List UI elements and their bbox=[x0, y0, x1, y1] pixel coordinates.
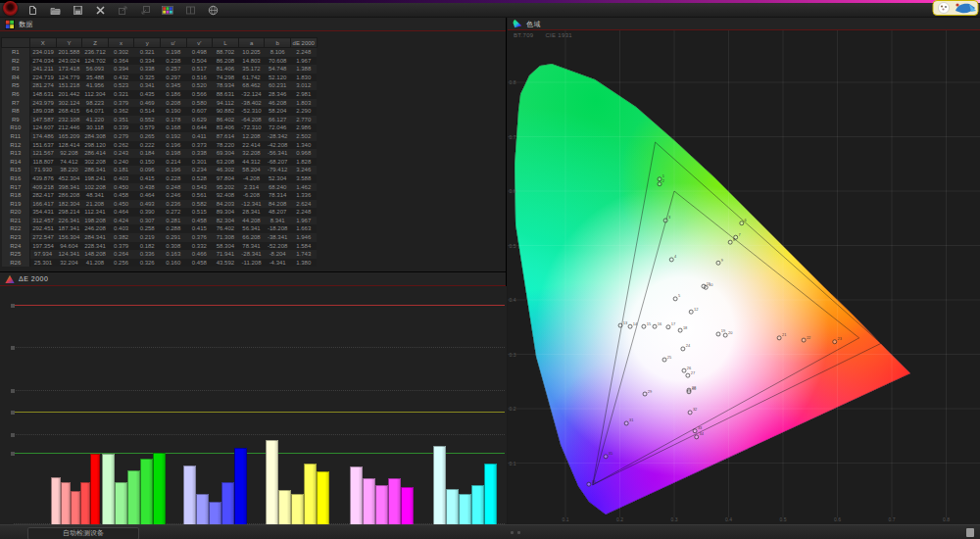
table-row[interactable]: R8189.038268.41564.0710.3620.5140.1900.6… bbox=[2, 107, 318, 116]
de-bar-magenta[interactable] bbox=[375, 485, 388, 524]
de-bar-blue[interactable] bbox=[209, 502, 221, 524]
value-cell: 166.417 bbox=[30, 200, 57, 209]
value-cell: 1.967 bbox=[290, 57, 317, 66]
value-cell: 147.587 bbox=[30, 116, 57, 124]
de-bar-cyan[interactable] bbox=[446, 489, 459, 524]
app-logo-icon bbox=[3, 1, 18, 16]
table-row[interactable]: R18282.417286.20848.3410.4580.4640.2460.… bbox=[2, 191, 318, 200]
table-row[interactable]: R5281.274151.21841.9560.5230.3410.3450.5… bbox=[2, 81, 318, 90]
table-row[interactable]: R21312.457226.341198.2080.4240.3070.2810… bbox=[2, 217, 318, 225]
de-bar-cyan[interactable] bbox=[471, 485, 484, 524]
table-column-header bbox=[2, 38, 30, 48]
de-bar-green[interactable] bbox=[115, 482, 127, 524]
table-row[interactable]: R19166.417182.30421.2080.4500.4930.2360.… bbox=[2, 200, 318, 209]
table-row[interactable]: R9147.587232.10841.2200.3510.5520.1780.6… bbox=[2, 116, 318, 124]
value-cell: 97.934 bbox=[30, 250, 57, 259]
de-bar-cyan[interactable] bbox=[433, 446, 446, 524]
import-icon[interactable] bbox=[139, 4, 151, 16]
open-file-icon[interactable] bbox=[49, 4, 61, 16]
value-cell: -64.208 bbox=[238, 116, 265, 124]
de-bar-magenta[interactable] bbox=[350, 466, 363, 524]
de-bar-magenta[interactable] bbox=[401, 487, 414, 524]
value-cell: 0.341 bbox=[134, 81, 161, 90]
de-bar-green[interactable] bbox=[153, 453, 166, 524]
de-bar-blue[interactable] bbox=[183, 466, 196, 524]
de-bar-red[interactable] bbox=[51, 477, 61, 524]
value-cell: 241.211 bbox=[30, 65, 57, 74]
table-row[interactable]: R23272.547156.304284.3410.3820.2190.2910… bbox=[2, 233, 318, 242]
value-cell: 46.302 bbox=[213, 166, 239, 174]
table-row[interactable]: R17409.218398.341102.2080.4500.4380.2480… bbox=[2, 183, 318, 192]
de-bar-yellow[interactable] bbox=[266, 440, 278, 524]
auto-detect-device-button[interactable]: 自动检测设备 bbox=[27, 527, 139, 539]
value-cell: 66.208 bbox=[238, 233, 265, 242]
value-cell: 0.339 bbox=[108, 123, 134, 132]
help-icon[interactable] bbox=[207, 4, 219, 16]
table-row[interactable]: R2625.30132.20441.2080.2560.3260.1600.45… bbox=[2, 259, 318, 268]
de-bar-cyan[interactable] bbox=[484, 464, 497, 524]
value-cell: 124.702 bbox=[82, 57, 109, 66]
value-cell: 41.220 bbox=[82, 116, 109, 124]
de-bar-green[interactable] bbox=[140, 459, 153, 524]
de-bar-magenta[interactable] bbox=[363, 478, 375, 524]
table-row[interactable]: R4224.719124.77935.4880.4320.3250.2970.5… bbox=[2, 74, 318, 82]
panel-layout-icon[interactable] bbox=[184, 4, 196, 16]
table-row[interactable]: R13121.56792.208286.4140.2430.1840.1980.… bbox=[2, 149, 318, 158]
table-row[interactable]: R7243.979302.12498.2230.3790.4690.2080.5… bbox=[2, 99, 318, 108]
measurements-table[interactable]: XYZxyu'v'LabdE 2000R1234.019201.588236.7… bbox=[1, 37, 318, 267]
value-cell: 0.182 bbox=[134, 242, 161, 251]
value-cell: 0.279 bbox=[108, 132, 134, 141]
de-bar-blue[interactable] bbox=[234, 448, 247, 524]
value-cell: 0.096 bbox=[134, 166, 161, 174]
scrollbar-thumb[interactable] bbox=[966, 528, 974, 537]
value-cell: 94.112 bbox=[213, 99, 239, 108]
table-row[interactable]: R12151.637128.414298.1200.2620.2220.1960… bbox=[2, 141, 318, 150]
splitter-grip-dot[interactable] bbox=[511, 531, 514, 534]
de-bar-yellow[interactable] bbox=[291, 494, 304, 524]
axis-tick bbox=[11, 433, 15, 437]
delete-icon[interactable] bbox=[94, 4, 106, 16]
value-cell: 112.304 bbox=[82, 90, 109, 99]
de-bar-yellow[interactable] bbox=[304, 464, 317, 524]
table-row[interactable]: R10124.607212.44630.1180.3390.5790.1680.… bbox=[2, 123, 318, 132]
measurement-point bbox=[681, 347, 685, 351]
new-file-icon[interactable] bbox=[26, 4, 38, 16]
value-cell: 0.498 bbox=[186, 48, 213, 57]
export-icon[interactable] bbox=[117, 4, 128, 16]
value-cell: 0.438 bbox=[134, 183, 161, 192]
de-bar-red[interactable] bbox=[90, 454, 100, 524]
gamut-sublabels: BT.709 CIE 1931 bbox=[514, 32, 572, 38]
table-row[interactable]: R3241.211173.41856.0930.3940.3380.2570.5… bbox=[2, 65, 318, 74]
table-row[interactable]: R22292.451187.341246.2080.4030.2580.2880… bbox=[2, 224, 318, 233]
table-row[interactable]: R6148.631201.442112.3040.3210.4350.1860.… bbox=[2, 90, 318, 99]
de-bar-green[interactable] bbox=[127, 470, 140, 524]
table-row[interactable]: R2597.934124.341148.2080.2640.3360.1630.… bbox=[2, 250, 318, 259]
table-row[interactable]: R11174.486165.209284.3080.2790.2650.1920… bbox=[2, 132, 318, 141]
de-bar-yellow[interactable] bbox=[317, 471, 329, 524]
de-bar-green[interactable] bbox=[102, 454, 115, 524]
gridline bbox=[14, 347, 505, 348]
value-cell: 0.262 bbox=[108, 141, 134, 150]
test-pattern-icon[interactable] bbox=[162, 4, 173, 16]
de-bar-red[interactable] bbox=[80, 482, 90, 524]
table-row[interactable]: R1571.93038.220286.3410.1810.0960.1960.2… bbox=[2, 166, 318, 174]
de-bar-blue[interactable] bbox=[221, 482, 234, 524]
table-row[interactable]: R2274.034243.024124.7020.3640.3340.2380.… bbox=[2, 57, 318, 66]
value-cell: 246.208 bbox=[82, 224, 109, 233]
de-bar-red[interactable] bbox=[61, 482, 71, 524]
de-bar-red[interactable] bbox=[71, 491, 80, 524]
value-cell: 58.204 bbox=[238, 166, 265, 174]
de-bar-cyan[interactable] bbox=[459, 494, 471, 524]
save-file-icon[interactable] bbox=[72, 4, 83, 16]
table-row[interactable]: R1234.019201.588236.7120.3020.3210.1980.… bbox=[2, 48, 318, 57]
splitter-grip-dot[interactable] bbox=[517, 531, 520, 534]
de-bar-magenta[interactable] bbox=[388, 478, 401, 524]
table-row[interactable]: R24197.35494.604228.3410.3790.1820.3080.… bbox=[2, 242, 318, 251]
de-bar-yellow[interactable] bbox=[278, 490, 291, 524]
table-row[interactable]: R20354.431298.214112.3410.4640.3900.2720… bbox=[2, 208, 318, 217]
value-cell: 2.986 bbox=[290, 123, 317, 132]
row-label-cell: R2 bbox=[2, 57, 30, 66]
table-row[interactable]: R16439.876452.304198.2410.4030.4150.2280… bbox=[2, 174, 318, 183]
de-bar-blue[interactable] bbox=[196, 494, 209, 524]
table-row[interactable]: R14118.80774.412302.2080.2400.1500.2140.… bbox=[2, 158, 318, 167]
